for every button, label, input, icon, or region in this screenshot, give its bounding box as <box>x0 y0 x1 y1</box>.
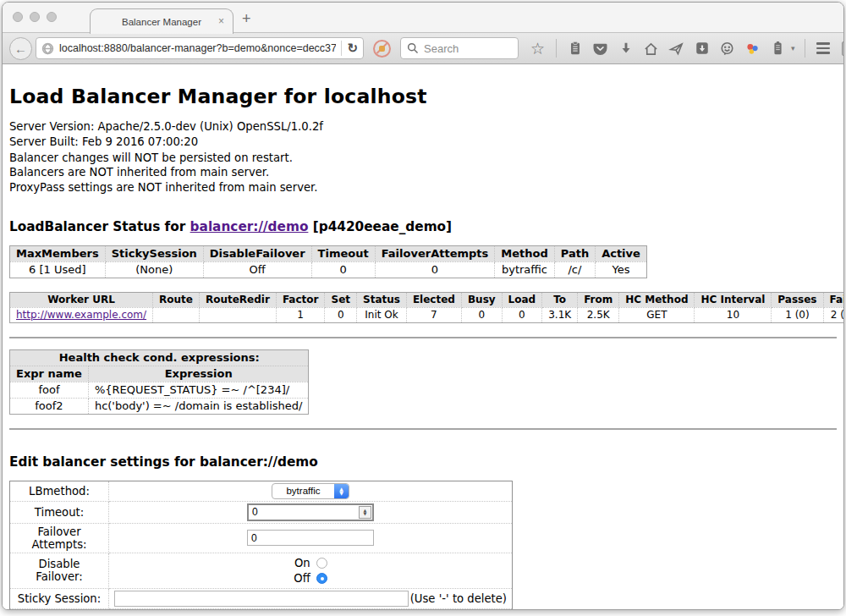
search-placeholder: Search <box>424 42 459 55</box>
table-cell: 0 <box>325 307 357 322</box>
url-divider <box>341 41 342 56</box>
toolbar-icons: ☆ <box>529 39 844 58</box>
back-button[interactable]: ← <box>9 37 32 60</box>
failover-attempts-input[interactable]: 0 <box>247 530 374 546</box>
table-cell: (None) <box>105 261 203 278</box>
status-heading-suffix: [p4420eeae_demo] <box>308 219 452 234</box>
expression-cell: %{REQUEST_STATUS} =~ /^[234]/ <box>88 382 309 398</box>
bookmark-star-icon[interactable]: ☆ <box>529 40 547 58</box>
save-to-device-icon[interactable] <box>693 40 711 58</box>
url-text[interactable]: localhost:8880/balancer-manager?b=demo&n… <box>59 42 336 54</box>
new-tab-button[interactable]: + <box>242 10 251 28</box>
toolbar-separator-2 <box>805 39 805 58</box>
timeout-input[interactable]: 0 ▲▼ <box>247 503 374 521</box>
timeout-label: Timeout: <box>10 501 109 523</box>
server-built: Server Built: Feb 9 2016 07:00:20 <box>9 135 837 149</box>
table-cell: 1 <box>276 307 325 322</box>
table-cell: Init Ok <box>357 307 407 322</box>
column-header: RouteRedir <box>199 292 276 307</box>
send-page-icon[interactable] <box>667 40 685 58</box>
status-heading: LoadBalancer Status for balancer://demo … <box>9 219 837 234</box>
form-row-add-worker: Add New Worker: Are you sure? <box>10 608 513 610</box>
globe-icon <box>41 42 54 55</box>
table-cell: GET <box>619 307 695 322</box>
form-row-disable-failover: Disable Failover: On Off <box>10 553 513 588</box>
table-row: http://www.example.com/ 1 0 Init Ok 7 0 … <box>10 307 844 322</box>
disable-failover-label: Disable Failover: <box>10 553 109 588</box>
column-header: Route <box>153 292 200 307</box>
form-row-lbmethod: LBmethod: bytraffic ▲▼ <box>10 481 513 501</box>
table-cell <box>199 307 276 322</box>
navigation-toolbar: ← localhost:8880/balancer-manager?b=demo… <box>3 33 843 64</box>
add-worker-label: Add New Worker: <box>10 608 109 610</box>
column-header: Expr name <box>10 366 89 382</box>
column-header: FailoverAttempts <box>375 245 495 261</box>
worker-url-link[interactable]: http://www.example.com/ <box>16 309 146 321</box>
table-cell: Yes <box>596 261 647 278</box>
column-header: Load <box>502 292 542 307</box>
balancer-status-table: MaxMembers StickySession DisableFailover… <box>9 245 647 278</box>
table-cell <box>153 307 200 322</box>
tab-balancer-manager[interactable]: Balancer Manager × <box>90 8 233 34</box>
minimize-window-button[interactable] <box>30 12 40 22</box>
radio-off[interactable] <box>316 573 327 584</box>
form-row-sticky: Sticky Session: (Use '-' to delete) <box>10 588 513 608</box>
search-bar[interactable]: Search <box>400 37 519 59</box>
sticky-session-label: Sticky Session: <box>10 588 109 608</box>
column-header: Set <box>325 292 357 307</box>
column-header: Passes <box>772 292 823 307</box>
lbmethod-select[interactable]: bytraffic ▲▼ <box>272 483 349 499</box>
column-header: Expression <box>88 366 309 382</box>
page-title: Load Balancer Manager for localhost <box>9 85 837 108</box>
column-header: Timeout <box>311 245 375 261</box>
radio-on[interactable] <box>316 558 327 569</box>
column-header: HC Method <box>619 292 695 307</box>
sticky-session-input[interactable] <box>114 591 409 607</box>
server-info: Server Version: Apache/2.5.0-dev (Unix) … <box>9 120 837 195</box>
note-inherit-balancers: Balancers are NOT inherited from main se… <box>9 166 837 179</box>
blocked-content-icon[interactable] <box>373 40 391 58</box>
device-battery-icon[interactable] <box>769 40 787 58</box>
sticky-session-hint: (Use '-' to delete) <box>410 592 507 605</box>
worker-url-cell: http://www.example.com/ <box>10 307 153 322</box>
balancer-demo-link[interactable]: balancer://demo <box>190 219 309 234</box>
close-window-button[interactable] <box>13 12 23 22</box>
downloads-icon[interactable] <box>617 40 634 58</box>
lbmethod-label: LBmethod: <box>10 481 109 501</box>
number-spinner-icon[interactable]: ▲▼ <box>359 506 371 519</box>
chat-smiley-icon[interactable] <box>718 40 736 58</box>
health-check-table: Health check cond. expressions: Expr nam… <box>9 349 309 415</box>
reload-icon[interactable]: ↻ <box>347 41 358 56</box>
grid-extension-icon[interactable] <box>840 40 844 58</box>
pocket-icon[interactable] <box>591 40 609 58</box>
server-version: Server Version: Apache/2.5.0-dev (Unix) … <box>9 120 837 134</box>
health-table-title: Health check cond. expressions: <box>10 349 309 366</box>
toolbar-separator <box>556 39 557 58</box>
clipboard-icon[interactable] <box>566 40 584 58</box>
table-cell: /c/ <box>554 261 595 278</box>
zoom-window-button[interactable] <box>47 12 57 22</box>
search-icon <box>407 42 419 54</box>
url-bar[interactable]: localhost:8880/balancer-manager?b=demo&n… <box>36 37 364 59</box>
column-header: Active <box>596 245 647 261</box>
column-header: DisableFailover <box>203 245 311 261</box>
column-header: HC Interval <box>695 292 772 307</box>
table-cell: 0 <box>502 307 542 322</box>
lbmethod-selected-value: bytraffic <box>272 486 334 496</box>
tab-bar: Balancer Manager × + <box>3 3 843 33</box>
tab-close-icon[interactable]: × <box>218 15 224 27</box>
chevron-down-icon[interactable]: ▾ <box>791 44 795 52</box>
home-icon[interactable] <box>642 40 660 58</box>
colored-dots-extension-icon[interactable] <box>744 40 761 58</box>
table-cell: 1 (0) <box>772 307 823 322</box>
menu-hamburger-icon[interactable] <box>815 40 832 58</box>
edit-settings-heading: Edit balancer settings for balancer://de… <box>9 454 837 470</box>
note-inherit-proxypass: ProxyPass settings are NOT inherited fro… <box>9 181 837 195</box>
table-cell: 2.5K <box>578 307 619 322</box>
expr-name-cell: foof <box>10 382 89 398</box>
column-header: Fails <box>823 292 843 307</box>
column-header: From <box>578 292 619 307</box>
window-controls[interactable] <box>13 12 57 22</box>
table-row: 6 [1 Used] (None) Off 0 0 bytraffic /c/ … <box>10 261 647 278</box>
radio-on-label: On <box>294 557 310 569</box>
